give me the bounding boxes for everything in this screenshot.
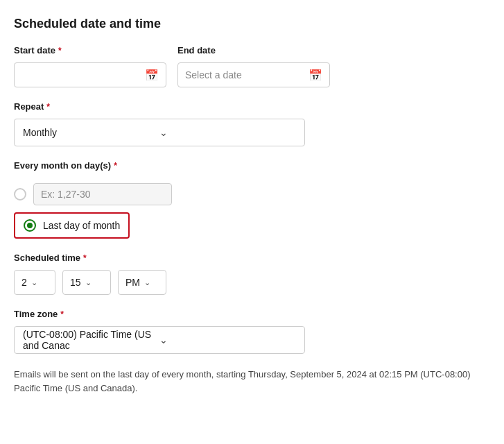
- repeat-select[interactable]: Monthly ⌄: [14, 119, 305, 146]
- ampm-select[interactable]: PM ⌄: [118, 270, 166, 295]
- start-date-label: Start date *: [14, 45, 166, 56]
- info-text: Emails will be sent on the last day of e…: [14, 368, 485, 395]
- minute-select[interactable]: 15 ⌄: [62, 270, 111, 295]
- repeat-chevron-icon: ⌄: [159, 127, 296, 138]
- repeat-required: *: [46, 102, 50, 112]
- minute-chevron-icon: ⌄: [85, 278, 92, 287]
- last-day-option[interactable]: Last day of month: [14, 212, 130, 239]
- ampm-value: PM: [125, 277, 140, 288]
- start-date-required: *: [58, 46, 62, 56]
- repeat-label: Repeat *: [14, 101, 490, 112]
- end-date-input[interactable]: [185, 69, 309, 80]
- specific-days-radio[interactable]: [14, 188, 26, 200]
- last-day-label: Last day of month: [43, 220, 120, 231]
- specific-days-option[interactable]: [14, 183, 490, 205]
- scheduled-time-label: Scheduled time *: [14, 253, 490, 263]
- hour-select[interactable]: 2 ⌄: [14, 270, 55, 295]
- timezone-required: *: [60, 309, 64, 319]
- timezone-value: (UTC-08:00) Pacific Time (US and Canac: [23, 329, 159, 351]
- ampm-chevron-icon: ⌄: [144, 278, 150, 287]
- minute-value: 15: [70, 277, 81, 288]
- start-date-input-wrapper[interactable]: 9/5/2024 📅: [14, 62, 166, 87]
- hour-value: 2: [21, 277, 27, 288]
- timezone-select[interactable]: (UTC-08:00) Pacific Time (US and Canac ⌄: [14, 326, 305, 354]
- page-title: Scheduled date and time: [14, 17, 490, 31]
- every-month-required: *: [114, 161, 117, 171]
- timezone-label: Time zone *: [14, 309, 490, 319]
- every-month-label: Every month on day(s) *: [14, 160, 490, 171]
- specific-days-input[interactable]: [33, 183, 172, 205]
- day-options-group: Last day of month: [14, 183, 490, 239]
- end-date-calendar-icon[interactable]: 📅: [309, 69, 322, 82]
- end-date-input-wrapper[interactable]: 📅: [177, 62, 330, 87]
- time-row: 2 ⌄ 15 ⌄ PM ⌄: [14, 270, 490, 295]
- hour-chevron-icon: ⌄: [31, 278, 37, 287]
- start-date-input[interactable]: 9/5/2024: [21, 69, 145, 80]
- last-day-radio[interactable]: [24, 219, 36, 232]
- end-date-label: End date: [177, 45, 330, 56]
- scheduled-time-required: *: [83, 253, 87, 263]
- repeat-value: Monthly: [23, 127, 159, 138]
- start-date-calendar-icon[interactable]: 📅: [145, 69, 159, 82]
- timezone-chevron-icon: ⌄: [159, 334, 296, 345]
